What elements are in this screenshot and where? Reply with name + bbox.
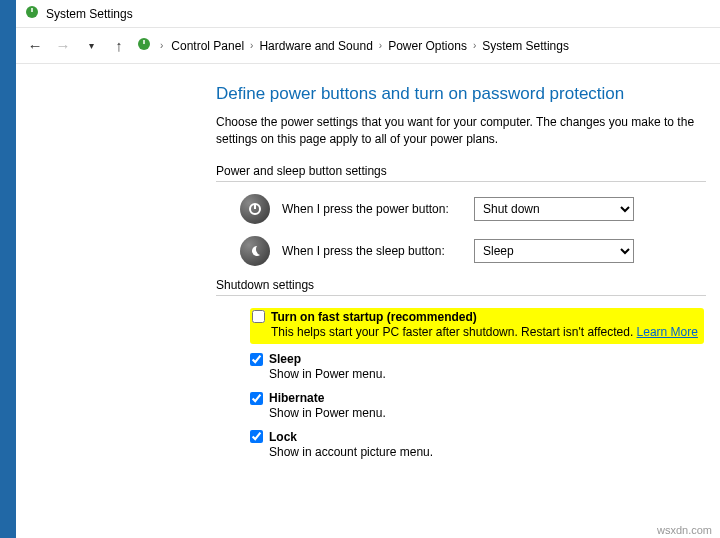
power-button-label: When I press the power button:: [282, 202, 462, 216]
breadcrumb-item[interactable]: Control Panel: [171, 39, 244, 53]
hibernate-checkbox[interactable]: [250, 392, 263, 405]
sleep-desc: Show in Power menu.: [269, 366, 720, 383]
sleep-item: Sleep Show in Power menu.: [250, 352, 720, 383]
highlight-annotation: Turn on fast startup (recommended) This …: [250, 308, 704, 345]
chevron-right-icon: ›: [248, 40, 255, 51]
hibernate-desc: Show in Power menu.: [269, 405, 720, 422]
page-heading: Define power buttons and turn on passwor…: [216, 84, 720, 104]
power-options-icon: [24, 4, 40, 23]
shutdown-items: Turn on fast startup (recommended) This …: [250, 308, 720, 461]
fast-startup-desc: This helps start your PC faster after sh…: [271, 325, 633, 339]
content: Define power buttons and turn on passwor…: [16, 64, 720, 538]
breadcrumb-item[interactable]: System Settings: [482, 39, 569, 53]
titlebar: System Settings: [16, 0, 720, 28]
chevron-right-icon: ›: [471, 40, 478, 51]
desktop-edge: [0, 0, 16, 538]
power-icon: [240, 194, 270, 224]
breadcrumb: Control Panel › Hardware and Sound › Pow…: [171, 39, 569, 53]
lock-item: Lock Show in account picture menu.: [250, 430, 720, 461]
navbar: ← → ▾ ↑ › Control Panel › Hardware and S…: [16, 28, 720, 64]
sleep-checkbox[interactable]: [250, 353, 263, 366]
back-button[interactable]: ←: [24, 35, 46, 57]
breadcrumb-item[interactable]: Hardware and Sound: [259, 39, 372, 53]
fast-startup-checkbox[interactable]: [252, 310, 265, 323]
sleep-label: Sleep: [269, 352, 301, 366]
fast-startup-label: Turn on fast startup (recommended): [271, 310, 477, 324]
watermark: wsxdn.com: [657, 524, 712, 536]
page-description: Choose the power settings that you want …: [216, 114, 720, 148]
lock-desc: Show in account picture menu.: [269, 444, 720, 461]
power-button-select[interactable]: Shut down: [474, 197, 634, 221]
chevron-right-icon: ›: [377, 40, 384, 51]
sleep-button-label: When I press the sleep button:: [282, 244, 462, 258]
fast-startup-item: Turn on fast startup (recommended) This …: [250, 308, 720, 345]
learn-more-link[interactable]: Learn More: [637, 325, 698, 339]
button-settings-heading: Power and sleep button settings: [216, 164, 706, 182]
sleep-button-select[interactable]: Sleep: [474, 239, 634, 263]
breadcrumb-item[interactable]: Power Options: [388, 39, 467, 53]
forward-button[interactable]: →: [52, 35, 74, 57]
recent-dropdown[interactable]: ▾: [80, 35, 102, 57]
breadcrumb-icon: [136, 36, 152, 55]
chevron-right-icon: ›: [158, 40, 165, 51]
lock-label: Lock: [269, 430, 297, 444]
system-settings-window: System Settings ← → ▾ ↑ › Control Panel …: [16, 0, 720, 538]
sleep-button-row: When I press the sleep button: Sleep: [240, 236, 720, 266]
hibernate-item: Hibernate Show in Power menu.: [250, 391, 720, 422]
power-button-row: When I press the power button: Shut down: [240, 194, 720, 224]
window-title: System Settings: [46, 7, 133, 21]
shutdown-settings-heading: Shutdown settings: [216, 278, 706, 296]
lock-checkbox[interactable]: [250, 430, 263, 443]
moon-icon: [240, 236, 270, 266]
up-button[interactable]: ↑: [108, 35, 130, 57]
hibernate-label: Hibernate: [269, 391, 324, 405]
